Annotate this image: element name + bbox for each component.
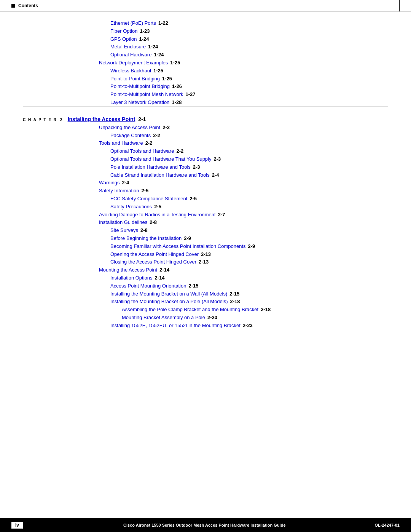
- toc-link[interactable]: Point-to-Multipoint Bridging: [110, 83, 170, 91]
- toc-link[interactable]: Wireless Backhaul: [110, 67, 151, 75]
- toc-page: 2-15: [188, 282, 198, 290]
- toc-page: 1-28: [172, 99, 182, 107]
- toc-link[interactable]: Closing the Access Point Hinged Cover: [110, 258, 196, 266]
- toc-link[interactable]: Package Contents: [110, 132, 151, 140]
- toc-entry: Layer 3 Network Operation1-28: [11, 99, 400, 107]
- chapter2-page: 2-1: [138, 116, 146, 122]
- page-container: Contents Ethernet (PoE) Ports1-22Fiber O…: [0, 0, 411, 532]
- toc-link[interactable]: Safety Precautions: [110, 203, 152, 211]
- toc-link[interactable]: Tools and Hardware: [99, 139, 143, 147]
- toc-page: 2-23: [243, 322, 253, 330]
- toc-link[interactable]: Optional Hardware: [110, 51, 151, 59]
- toc-link[interactable]: Installation Guidelines: [99, 219, 147, 227]
- toc-link[interactable]: Installing the Mounting Bracket on a Pol…: [110, 298, 228, 306]
- toc-entry: GPS Option1-24: [11, 35, 400, 43]
- toc-link[interactable]: Opening the Access Point Hinged Cover: [110, 251, 199, 259]
- toc-entry: Metal Enclosure1-24: [11, 43, 400, 51]
- toc-entry: Before Beginning the Installation2-9: [11, 235, 400, 243]
- toc-page: 1-24: [148, 43, 158, 51]
- toc-entry: Package Contents2-2: [11, 132, 400, 140]
- toc-link[interactable]: Point-to-Point Bridging: [110, 75, 160, 83]
- toc-page: 2-5: [142, 187, 149, 195]
- toc-entry: Installation Options2-14: [11, 274, 400, 282]
- toc-page: 2-2: [176, 147, 183, 155]
- toc-entry: Warnings2-4: [11, 179, 400, 187]
- toc-entry: Network Deployment Examples1-25: [11, 59, 400, 67]
- toc-link[interactable]: Fiber Option: [110, 27, 138, 35]
- toc-entry: Site Surveys2-8: [11, 227, 400, 235]
- bottom-bar: iv Cisco Aironet 1550 Series Outdoor Mes…: [0, 518, 411, 532]
- toc-entry: Installing the Mounting Bracket on a Pol…: [11, 298, 400, 306]
- toc-entry: Cable Strand Installation Hardware and T…: [11, 171, 400, 179]
- toc-page: 2-9: [248, 243, 255, 251]
- toc-link[interactable]: Site Surveys: [110, 227, 138, 235]
- toc-entry: Avoiding Damage to Radios in a Testing E…: [11, 211, 400, 219]
- toc-entry: Safety Information2-5: [11, 187, 400, 195]
- chapter2-toc-section: Unpacking the Access Point2-2Package Con…: [11, 124, 400, 330]
- toc-link[interactable]: Ethernet (PoE) Ports: [110, 19, 156, 27]
- toc-page: 2-5: [154, 203, 161, 211]
- toc-link[interactable]: Installing 1552E, 1552EU, or 1552I in th…: [110, 322, 241, 330]
- toc-link[interactable]: Before Beginning the Installation: [110, 235, 182, 243]
- toc-link[interactable]: Warnings: [99, 179, 119, 187]
- toc-entry: Pole Installation Hardware and Tools2-3: [11, 163, 400, 171]
- toc-entry: Unpacking the Access Point2-2: [11, 124, 400, 132]
- toc-entry: Assembling the Pole Clamp Bracket and th…: [11, 306, 400, 314]
- toc-link[interactable]: Mounting the Access Point: [99, 266, 157, 274]
- toc-page: 2-2: [162, 124, 170, 132]
- footer-right-text: OL-24247-01: [375, 523, 400, 527]
- toc-entry: Point-to-Point Bridging1-25: [11, 75, 400, 83]
- toc-link[interactable]: Cable Strand Installation Hardware and T…: [110, 171, 210, 179]
- toc-link[interactable]: Avoiding Damage to Radios in a Testing E…: [99, 211, 216, 219]
- footer-center-text: Cisco Aironet 1550 Series Outdoor Mesh A…: [34, 523, 375, 527]
- chapter2-row: C H A P T E R 2 Installing the Access Po…: [11, 116, 400, 122]
- toc-page: 2-4: [212, 171, 219, 179]
- toc-link[interactable]: Mounting Bracket Assembly on a Pole: [122, 314, 205, 322]
- toc-link[interactable]: Assembling the Pole Clamp Bracket and th…: [122, 306, 258, 314]
- toc-entry: Optional Tools and Hardware That You Sup…: [11, 155, 400, 163]
- chapter2-title[interactable]: Installing the Access Point: [68, 116, 135, 122]
- toc-link[interactable]: FCC Safety Compliance Statement: [110, 195, 187, 203]
- toc-link[interactable]: Unpacking the Access Point: [99, 124, 160, 132]
- top-bar-title: Contents: [18, 3, 38, 8]
- toc-page: 1-23: [140, 27, 150, 35]
- toc-page: 2-2: [153, 132, 160, 140]
- toc-link[interactable]: Point-to-Multipoint Mesh Network: [110, 91, 183, 99]
- toc-entry: Installation Guidelines2-8: [11, 219, 400, 227]
- toc-page: 2-8: [150, 219, 157, 227]
- toc-link[interactable]: Layer 3 Network Operation: [110, 99, 169, 107]
- toc-entry: Closing the Access Point Hinged Cover2-1…: [11, 258, 400, 266]
- toc-page: 2-9: [184, 235, 191, 243]
- toc-link[interactable]: Installation Options: [110, 274, 153, 282]
- top-bar-square: [11, 4, 15, 8]
- toc-link[interactable]: Becoming Familiar with Access Point Inst…: [110, 243, 246, 251]
- toc-link[interactable]: Network Deployment Examples: [99, 59, 168, 67]
- toc-page: 1-22: [158, 19, 168, 27]
- toc-page: 2-5: [190, 195, 197, 203]
- toc-link[interactable]: Access Point Mounting Orientation: [110, 282, 186, 290]
- toc-entry: Point-to-Multipoint Bridging1-26: [11, 83, 400, 91]
- toc-entry: Opening the Access Point Hinged Cover2-1…: [11, 251, 400, 259]
- page-number: iv: [11, 522, 23, 529]
- toc-page: 1-24: [154, 51, 164, 59]
- toc-page: 2-4: [122, 179, 129, 187]
- toc-link[interactable]: Pole Installation Hardware and Tools: [110, 163, 191, 171]
- toc-entry: Access Point Mounting Orientation2-15: [11, 282, 400, 290]
- toc-link[interactable]: Safety Information: [99, 187, 139, 195]
- toc-link[interactable]: GPS Option: [110, 35, 137, 43]
- toc-page: 1-25: [170, 59, 180, 67]
- chapter2-number: 2: [60, 118, 63, 122]
- toc-page: 2-18: [230, 298, 240, 306]
- toc-page: 2-8: [140, 227, 148, 235]
- toc-link[interactable]: Metal Enclosure: [110, 43, 146, 51]
- toc-link[interactable]: Optional Tools and Hardware: [110, 147, 174, 155]
- toc-link[interactable]: Installing the Mounting Bracket on a Wal…: [110, 290, 227, 298]
- toc-page: 2-3: [193, 163, 200, 171]
- toc-entry: Installing the Mounting Bracket on a Wal…: [11, 290, 400, 298]
- toc-link[interactable]: Optional Tools and Hardware That You Sup…: [110, 155, 211, 163]
- toc-page: 1-27: [185, 91, 195, 99]
- toc-page: 1-25: [153, 67, 163, 75]
- toc-page: 2-20: [207, 314, 217, 322]
- toc-page: 2-7: [218, 211, 225, 219]
- toc-page: 2-18: [261, 306, 271, 314]
